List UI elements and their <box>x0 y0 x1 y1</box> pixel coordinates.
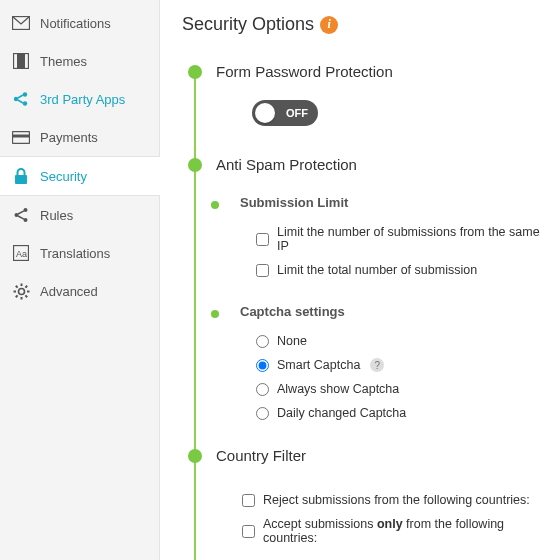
themes-icon <box>12 52 30 70</box>
sidebar-item-label: Notifications <box>40 16 111 31</box>
radio-input[interactable] <box>256 383 269 396</box>
radio-captcha-daily[interactable]: Daily changed Captcha <box>256 401 544 425</box>
svg-line-19 <box>15 285 17 287</box>
option-label: Limit the number of submissions from the… <box>277 225 544 253</box>
sidebar-item-label: Themes <box>40 54 87 69</box>
sidebar-item-label: 3rd Party Apps <box>40 92 125 107</box>
sidebar-item-label: Rules <box>40 208 73 223</box>
checkbox-limit-total[interactable]: Limit the total number of submission <box>256 258 544 282</box>
radio-captcha-none[interactable]: None <box>256 329 544 353</box>
radio-input[interactable] <box>256 335 269 348</box>
section-title: Country Filter <box>216 447 544 464</box>
svg-point-14 <box>18 288 24 294</box>
option-label: Reject submissions from the following co… <box>263 493 530 507</box>
checkbox-input[interactable] <box>242 525 255 538</box>
lock-icon <box>12 167 30 185</box>
timeline-dot-icon <box>188 65 202 79</box>
timeline-dot-icon <box>211 310 219 318</box>
svg-point-5 <box>23 101 27 105</box>
timeline-dot-icon <box>188 158 202 172</box>
section-anti-spam: Anti Spam Protection <box>188 156 544 173</box>
timeline-dot-icon <box>188 449 202 463</box>
toggle-label: OFF <box>286 107 308 119</box>
share-nodes-icon <box>12 90 30 108</box>
svg-line-22 <box>15 295 17 297</box>
section-country-filter: Country Filter Reject submissions from t… <box>188 447 544 550</box>
radio-captcha-always[interactable]: Always show Captcha <box>256 377 544 401</box>
gear-icon <box>12 282 30 300</box>
translate-icon: Aa <box>12 244 30 262</box>
sidebar-item-rules[interactable]: Rules <box>0 196 159 234</box>
option-label: Accept submissions only from the followi… <box>263 517 544 545</box>
section-title: Captcha settings <box>240 304 544 319</box>
svg-rect-2 <box>17 54 25 69</box>
sidebar-item-advanced[interactable]: Advanced <box>0 272 159 310</box>
sidebar-item-translations[interactable]: Aa Translations <box>0 234 159 272</box>
radio-captcha-smart[interactable]: Smart Captcha ? <box>256 353 544 377</box>
radio-input[interactable] <box>256 359 269 372</box>
page-title-text: Security Options <box>182 14 314 35</box>
password-toggle[interactable]: OFF <box>252 100 318 126</box>
sidebar-item-label: Advanced <box>40 284 98 299</box>
checkbox-accept-only-countries[interactable]: Accept submissions only from the followi… <box>242 512 544 550</box>
checkbox-reject-countries[interactable]: Reject submissions from the following co… <box>242 488 544 512</box>
credit-card-icon <box>12 128 30 146</box>
section-captcha: Captcha settings None Smart Captcha ? <box>208 304 544 425</box>
svg-rect-7 <box>13 134 30 137</box>
option-label: Limit the total number of submission <box>277 263 477 277</box>
svg-point-4 <box>23 92 27 96</box>
info-icon[interactable]: i <box>320 16 338 34</box>
sidebar-item-payments[interactable]: Payments <box>0 118 159 156</box>
sidebar-item-label: Translations <box>40 246 110 261</box>
checkbox-input[interactable] <box>256 233 269 246</box>
sidebar: Notifications Themes 3rd Party Apps Paym… <box>0 0 160 560</box>
checkbox-limit-same-ip[interactable]: Limit the number of submissions from the… <box>256 220 544 258</box>
section-submission-limit: Submission Limit Limit the number of sub… <box>208 195 544 282</box>
sidebar-item-themes[interactable]: Themes <box>0 42 159 80</box>
section-title: Anti Spam Protection <box>216 156 544 173</box>
sidebar-item-label: Payments <box>40 130 98 145</box>
svg-text:Aa: Aa <box>16 249 27 259</box>
option-label: Always show Captcha <box>277 382 399 396</box>
sidebar-item-notifications[interactable]: Notifications <box>0 4 159 42</box>
checkbox-input[interactable] <box>242 494 255 507</box>
help-icon[interactable]: ? <box>370 358 384 372</box>
sidebar-item-security[interactable]: Security <box>0 156 160 196</box>
toggle-knob-icon <box>255 103 275 123</box>
envelope-icon <box>12 14 30 32</box>
option-label: None <box>277 334 307 348</box>
sidebar-item-label: Security <box>40 169 87 184</box>
svg-line-21 <box>25 285 27 287</box>
svg-rect-8 <box>15 175 27 184</box>
radio-input[interactable] <box>256 407 269 420</box>
option-label: Smart Captcha <box>277 358 360 372</box>
section-title: Submission Limit <box>240 195 544 210</box>
checkbox-input[interactable] <box>256 264 269 277</box>
option-label: Daily changed Captcha <box>277 406 406 420</box>
section-title: Form Password Protection <box>216 63 544 80</box>
page-title: Security Options i <box>182 14 544 35</box>
main-content: Security Options i Form Password Protect… <box>160 0 554 560</box>
svg-line-20 <box>25 295 27 297</box>
section-form-password: Form Password Protection OFF <box>188 63 544 134</box>
timeline: Form Password Protection OFF Anti Spam P… <box>188 63 544 550</box>
sidebar-item-3rd-party-apps[interactable]: 3rd Party Apps <box>0 80 159 118</box>
timeline-dot-icon <box>211 201 219 209</box>
share-alt-icon <box>12 206 30 224</box>
